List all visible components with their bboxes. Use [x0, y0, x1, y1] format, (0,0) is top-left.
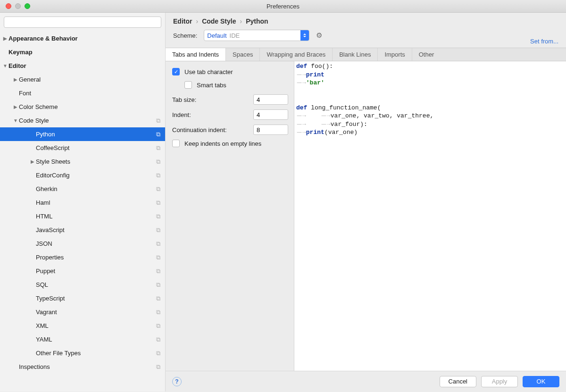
scheme-select[interactable]: Default IDE	[204, 30, 309, 41]
apply-button[interactable]: Apply	[481, 376, 518, 387]
indent-input[interactable]	[253, 109, 288, 120]
maximize-icon[interactable]	[25, 3, 30, 9]
tab-bar: Tabs and IndentsSpacesWrapping and Brace…	[166, 48, 566, 61]
sidebar: ⌕▾ ▶Appearance & BehaviorKeymap▼Editor▶G…	[0, 13, 166, 392]
copy-icon: ⧉	[156, 144, 160, 152]
tab-size-label: Tab size:	[172, 96, 196, 103]
use-tab-character-row[interactable]: ✓ Use tab character	[172, 68, 288, 75]
sidebar-item-label: Style Sheets	[36, 158, 156, 165]
copy-icon: ⧉	[156, 254, 160, 261]
gear-icon[interactable]: ⚙︎	[316, 31, 322, 40]
sidebar-item-color-scheme[interactable]: ▶Color Scheme	[0, 100, 165, 114]
sidebar-item-code-style[interactable]: ▼Code Style⧉	[0, 114, 165, 127]
sidebar-item-general[interactable]: ▶General	[0, 73, 165, 86]
sidebar-item-editorconfig[interactable]: EditorConfig⧉	[0, 168, 165, 182]
sidebar-item-properties[interactable]: Properties⧉	[0, 250, 165, 264]
sidebar-item-label: Haml	[36, 199, 156, 206]
sidebar-item-xml[interactable]: XML⧉	[0, 319, 165, 333]
sidebar-item-haml[interactable]: Haml⧉	[0, 196, 165, 209]
option-label: Use tab character	[184, 68, 233, 75]
sidebar-item-label: XML	[36, 322, 156, 329]
sidebar-item-label: Vagrant	[36, 309, 156, 316]
sidebar-item-label: Python	[36, 131, 156, 138]
checkbox-icon[interactable]: ✓	[172, 68, 180, 75]
copy-icon: ⧉	[156, 295, 160, 302]
window-title: Preferences	[0, 3, 566, 10]
breadcrumb-part: Editor	[173, 17, 192, 25]
sidebar-item-label: SQL	[36, 281, 156, 288]
scheme-suffix: IDE	[230, 32, 240, 39]
option-label: Smart tabs	[197, 82, 226, 89]
window-controls	[0, 3, 30, 9]
sidebar-item-font[interactable]: Font	[0, 86, 165, 100]
sidebar-item-yaml[interactable]: YAML⧉	[0, 333, 165, 346]
breadcrumb: Editor › Code Style › Python	[166, 13, 566, 30]
ok-button[interactable]: OK	[523, 376, 559, 387]
titlebar: Preferences	[0, 0, 566, 13]
tab-wrapping-and-braces[interactable]: Wrapping and Braces	[260, 48, 333, 61]
sidebar-item-label: JSON	[36, 240, 156, 247]
help-icon[interactable]: ?	[172, 377, 182, 386]
copy-icon: ⧉	[156, 363, 160, 371]
main-panel: Editor › Code Style › Python Scheme: Def…	[166, 13, 566, 392]
sidebar-item-typescript[interactable]: TypeScript⧉	[0, 292, 165, 305]
sidebar-item-label: HTML	[36, 213, 156, 220]
keep-indents-row[interactable]: Keep indents on empty lines	[172, 140, 288, 147]
tab-imports[interactable]: Imports	[378, 48, 412, 61]
sidebar-item-inspections[interactable]: Inspections⧉	[0, 360, 165, 374]
sidebar-item-keymap[interactable]: Keymap	[0, 45, 165, 59]
checkbox-icon[interactable]	[172, 140, 180, 147]
disclosure-arrow-icon: ▶	[12, 104, 19, 109]
tab-tabs-and-indents[interactable]: Tabs and Indents	[166, 48, 226, 61]
disclosure-arrow-icon: ▼	[12, 118, 19, 123]
copy-icon: ⧉	[156, 336, 160, 343]
sidebar-item-label: Color Scheme	[19, 103, 160, 110]
breadcrumb-part: Python	[246, 17, 268, 25]
tab-spaces[interactable]: Spaces	[226, 48, 260, 61]
sidebar-item-vagrant[interactable]: Vagrant⧉	[0, 305, 165, 319]
sidebar-item-coffeescript[interactable]: CoffeeScript⧉	[0, 141, 165, 155]
sidebar-item-json[interactable]: JSON⧉	[0, 237, 165, 250]
sidebar-item-label: Gherkin	[36, 185, 156, 192]
tab-size-input[interactable]	[253, 94, 288, 105]
tab-other[interactable]: Other	[412, 48, 441, 61]
chevron-right-icon: ›	[240, 17, 242, 25]
search-input[interactable]	[4, 17, 161, 28]
copy-icon: ⧉	[156, 309, 160, 316]
copy-icon: ⧉	[156, 199, 160, 207]
sidebar-item-gherkin[interactable]: Gherkin⧉	[0, 182, 165, 196]
sidebar-item-puppet[interactable]: Puppet⧉	[0, 264, 165, 278]
sidebar-item-label: Keymap	[8, 49, 160, 56]
sidebar-item-label: CoffeeScript	[36, 144, 156, 151]
copy-icon: ⧉	[156, 185, 160, 193]
sidebar-item-python[interactable]: Python⧉	[0, 127, 165, 141]
sidebar-item-label: Properties	[36, 254, 156, 261]
sidebar-item-javascript[interactable]: JavaScript⧉	[0, 223, 165, 237]
sidebar-item-style-sheets[interactable]: ▶Style Sheets⧉	[0, 155, 165, 168]
sidebar-item-html[interactable]: HTML⧉	[0, 209, 165, 223]
sidebar-item-sql[interactable]: SQL⧉	[0, 278, 165, 292]
copy-icon: ⧉	[156, 240, 160, 248]
checkbox-icon[interactable]	[184, 81, 192, 89]
close-icon[interactable]	[6, 3, 11, 9]
copy-icon: ⧉	[156, 350, 160, 357]
disclosure-arrow-icon: ▼	[2, 63, 8, 68]
continuation-indent-input[interactable]	[253, 125, 288, 135]
sidebar-item-label: Other File Types	[36, 350, 156, 357]
continuation-indent-label: Continuation indent:	[172, 126, 227, 133]
sidebar-item-appearance-behavior[interactable]: ▶Appearance & Behavior	[0, 32, 165, 45]
scheme-label: Scheme:	[173, 32, 197, 39]
set-from-link[interactable]: Set from...	[530, 38, 558, 45]
minimize-icon[interactable]	[15, 3, 21, 9]
chevron-right-icon: ›	[196, 17, 198, 25]
sidebar-item-other-file-types[interactable]: Other File Types⧉	[0, 346, 165, 360]
sidebar-item-label: TypeScript	[36, 295, 156, 302]
sidebar-item-label: EditorConfig	[36, 172, 156, 179]
sidebar-item-editor[interactable]: ▼Editor	[0, 59, 165, 73]
cancel-button[interactable]: Cancel	[440, 376, 476, 387]
tab-blank-lines[interactable]: Blank Lines	[333, 48, 378, 61]
copy-icon: ⧉	[156, 226, 160, 234]
sidebar-item-label: Code Style	[19, 117, 156, 124]
options-panel: ✓ Use tab character Smart tabs Tab size:…	[166, 61, 294, 371]
smart-tabs-row[interactable]: Smart tabs	[172, 81, 288, 89]
